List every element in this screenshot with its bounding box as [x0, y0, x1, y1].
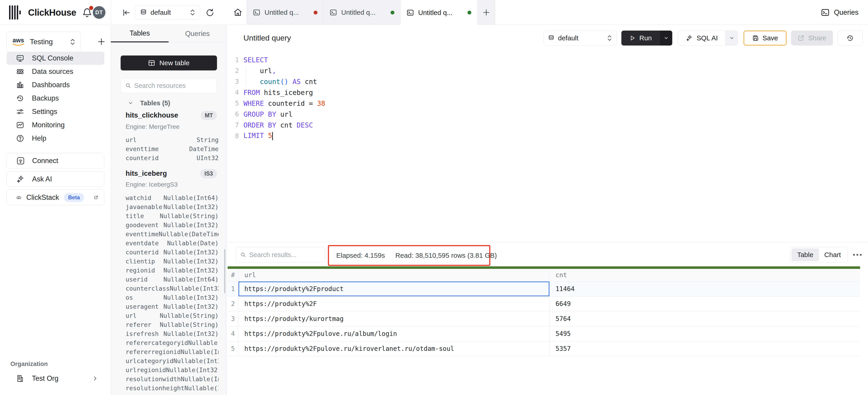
search-results-input[interactable] — [249, 251, 320, 259]
table-entry-hits-iceberg[interactable]: hits_iceberg IS3 — [126, 169, 217, 178]
chevron-down-icon — [128, 100, 133, 106]
clickstack-button[interactable]: ClickStack Beta — [6, 190, 104, 205]
code-line[interactable]: 7ORDER BY cnt DESC — [226, 120, 589, 131]
data-sources-icon — [16, 67, 24, 76]
aws-logo: aws — [12, 37, 25, 46]
table-row[interactable]: 3https://produkty/kurortmag5764 — [228, 311, 860, 327]
code-line[interactable]: 6GROUP BY url — [226, 109, 589, 120]
view-chart-button[interactable]: Chart — [819, 249, 846, 261]
tab-tables[interactable]: Tables — [111, 25, 168, 43]
tab-untitled-query-2[interactable]: Untitled q... — [323, 0, 401, 25]
connect-button[interactable]: Connect — [6, 153, 104, 169]
column-row: goodeventNullable(Int32) — [126, 220, 219, 229]
new-tab-button[interactable] — [477, 0, 495, 25]
settings-icon — [16, 108, 24, 116]
tab-queries[interactable]: Queries — [168, 25, 226, 43]
ask-ai-button[interactable]: Ask AI — [6, 171, 104, 187]
clickstack-label: ClickStack — [26, 193, 59, 202]
sql-editor[interactable]: 1SELECT2 url,3 count() AS cnt4FROM hits_… — [226, 54, 589, 141]
service-selector[interactable]: aws Testing — [6, 31, 81, 52]
tables-group-header[interactable]: Tables (5) — [111, 98, 226, 108]
search-resources-field[interactable] — [121, 78, 217, 93]
sidebar-nav: SQL Console Data sources Dashboards Back… — [0, 52, 111, 145]
code-line[interactable]: 5WHERE counterid = 38 — [226, 98, 589, 109]
save-button[interactable]: Save — [744, 31, 786, 46]
tab-status-dot — [314, 11, 317, 15]
sidebar-item-help[interactable]: Help — [6, 132, 104, 145]
refresh-icon[interactable] — [204, 7, 216, 18]
sidebar-item-settings[interactable]: Settings — [6, 105, 104, 118]
table-row[interactable]: 1https://produkty%2Fproduct11464 — [228, 282, 860, 297]
home-icon[interactable] — [230, 0, 245, 25]
database-selector[interactable]: default — [135, 5, 200, 20]
editor-database-value: default — [558, 34, 603, 42]
code-line[interactable]: 3 count() AS cnt — [226, 76, 589, 87]
column-row: counteridNullable(Int32) — [126, 248, 219, 257]
columns-list-hits-clickhouse: urlStringeventtimeDateTimecounteridUInt3… — [126, 135, 219, 162]
column-row: referercategoryidNullable(I — [126, 338, 219, 347]
query-history-button[interactable] — [837, 31, 863, 46]
org-name: Test Org — [32, 374, 58, 383]
dashboards-icon — [16, 81, 24, 89]
sidebar-item-backups[interactable]: Backups — [6, 92, 104, 105]
tab-label: Untitled q... — [265, 9, 310, 16]
code-line[interactable]: 8LIMIT 5 — [226, 131, 589, 141]
connect-label: Connect — [32, 157, 58, 165]
scrollbar-thumb[interactable] — [224, 249, 225, 293]
sql-ai-button[interactable]: SQL AI — [678, 31, 738, 46]
new-table-button[interactable]: New table — [121, 56, 217, 70]
table-row[interactable]: 5https://produkty%2Fpulove.ru/kiroverlan… — [228, 341, 860, 356]
column-row: eventdateNullable(Date) — [126, 238, 219, 248]
collapse-panel-icon[interactable] — [121, 7, 132, 18]
sidebar-item-dashboards[interactable]: Dashboards — [6, 78, 104, 91]
sparkles-icon — [686, 34, 693, 42]
search-results-field[interactable] — [236, 247, 325, 263]
plus-icon — [97, 37, 106, 46]
history-icon — [846, 34, 854, 42]
top-bar: ClickHouse DT default — [0, 0, 868, 25]
code-line[interactable]: 4FROM hits_iceberg — [226, 87, 589, 98]
sidebar-item-monitoring[interactable]: Monitoring — [6, 118, 104, 132]
search-resources-input[interactable] — [134, 82, 212, 89]
table-row[interactable]: 2https://produkty%2F6649 — [228, 297, 860, 311]
column-header-url[interactable]: url — [239, 269, 550, 281]
table-entry-hits-clickhouse[interactable]: hits_clickhouse MT — [126, 110, 217, 120]
sql-console-icon — [16, 54, 24, 62]
sidebar-item-label: Data sources — [32, 67, 73, 76]
results-view-toggle: Table Chart — [790, 247, 848, 263]
read-stat: Read: 38,510,595 rows (3.81 GB) — [395, 252, 497, 259]
columns-list-hits-iceberg: watchidNullable(Int64)javaenableNullable… — [126, 193, 219, 393]
terminal-icon — [253, 9, 260, 16]
clickhouse-logo-icon — [8, 5, 23, 20]
code-line[interactable]: 2 url, — [226, 65, 589, 76]
sidebar-item-label: Dashboards — [32, 81, 70, 89]
sidebar-item-label: Settings — [32, 108, 57, 116]
notifications-bell-icon[interactable] — [82, 7, 93, 18]
run-button[interactable]: Run — [621, 31, 672, 46]
elapsed-stat: Elapsed: 4.159s — [336, 252, 385, 259]
column-row: eventtimeNullable(DateTime6 — [126, 229, 219, 238]
run-options-button[interactable] — [660, 31, 672, 46]
play-icon — [629, 35, 636, 41]
table-row[interactable]: 4https://produkty%2Fpulove.ru/album/logi… — [228, 327, 860, 341]
tab-untitled-query-3-active[interactable]: Untitled q... — [401, 0, 477, 25]
tab-untitled-query-1[interactable]: Untitled q... — [247, 0, 323, 25]
column-row: isrefreshNullable(Int32) — [126, 329, 219, 338]
sql-ai-options-button[interactable] — [725, 31, 738, 45]
user-avatar[interactable]: DT — [93, 6, 105, 19]
sidebar-item-data-sources[interactable]: Data sources — [6, 65, 104, 78]
column-row: counterclassNullable(Int32) — [126, 284, 219, 293]
query-title[interactable]: Untitled query — [244, 33, 291, 43]
view-table-button[interactable]: Table — [792, 249, 819, 261]
editor-database-selector[interactable]: default — [543, 31, 617, 46]
sidebar-item-test-org[interactable]: Test Org — [6, 372, 104, 385]
code-line[interactable]: 1SELECT — [226, 54, 589, 65]
add-service-button[interactable] — [94, 34, 108, 49]
results-more-menu[interactable] — [850, 247, 864, 263]
sidebar-item-sql-console[interactable]: SQL Console — [6, 52, 104, 65]
queries-button[interactable]: Queries — [821, 0, 859, 25]
run-label: Run — [639, 34, 652, 42]
column-header-index[interactable]: # — [228, 269, 239, 281]
query-tab-strip: Untitled q... Untitled q... Untitled q..… — [247, 0, 495, 25]
column-header-cnt[interactable]: cnt — [550, 269, 860, 281]
